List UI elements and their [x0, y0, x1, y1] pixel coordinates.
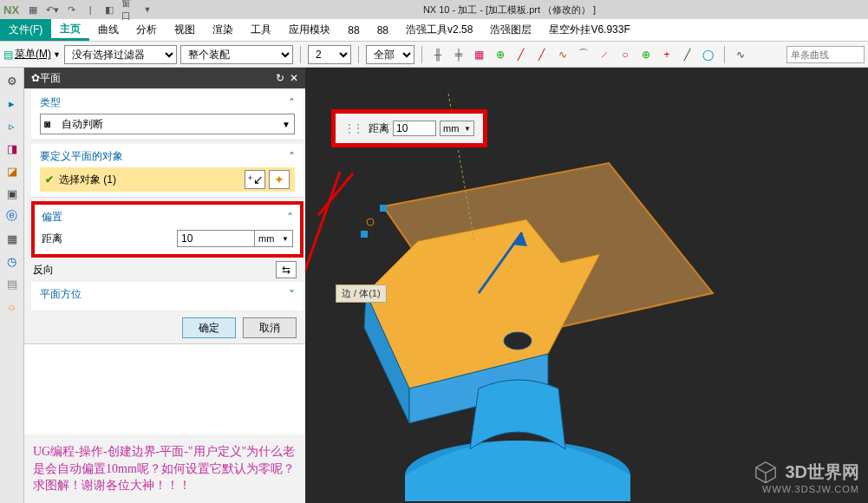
chevron-down-icon: ˅ [289, 288, 295, 302]
layer-icon[interactable]: ▣ [4, 186, 20, 201]
select-object-row[interactable]: ✔ 选择对象 (1) ⁺↙ ✦ [40, 167, 295, 192]
ok-button[interactable]: 确定 [182, 317, 236, 338]
reverse-button[interactable]: ⇆ [276, 261, 297, 278]
section-offset: 偏置 ˄ 距离 mm▼ [31, 201, 303, 258]
filter-select[interactable]: 没有选择过滤器 [64, 45, 177, 64]
save-icon[interactable]: ▦ [26, 3, 40, 16]
section-offset-head[interactable]: 偏置 ˄ [42, 210, 293, 225]
menu-button-label: 菜单(M) [15, 47, 51, 62]
snap-end-icon[interactable]: ╪ [450, 46, 467, 63]
user-annotation: UG编程-操作-创建边界-平面-"用户定义"为什么老是会自动偏置10mm呢？如何… [24, 434, 305, 503]
menu-analyze[interactable]: 分析 [127, 19, 166, 41]
float-distance-label: 距离 [369, 121, 389, 136]
chevron-down-icon: ▼ [282, 120, 290, 129]
menu-icon: ▤ [3, 49, 13, 61]
snap-color-icon[interactable]: ▦ [471, 46, 488, 63]
objects-label: 要定义平面的对象 [40, 149, 123, 164]
num-select[interactable]: 2 [308, 45, 351, 64]
grip-icon[interactable]: ⋮⋮ [344, 122, 362, 134]
assembly-select[interactable]: 整个装配 [180, 45, 293, 64]
menu-home[interactable]: 主页 [51, 19, 89, 41]
offset-label: 偏置 [42, 210, 62, 225]
divider: | [83, 3, 97, 16]
undo-icon[interactable]: ↶▾ [45, 3, 59, 16]
target-icon[interactable]: ⊕ [637, 46, 655, 63]
nav2-icon[interactable]: ▹ [4, 118, 20, 134]
close-icon[interactable]: ✕ [290, 72, 298, 84]
plus-icon[interactable]: + [658, 46, 675, 63]
part-icon[interactable]: ◪ [4, 163, 20, 179]
scope-select[interactable]: 全部 [366, 45, 414, 64]
chevron-up-icon: ˄ [289, 150, 295, 164]
arc-icon[interactable]: ⌒ [575, 46, 592, 63]
chevron-down-icon[interactable]: ▼ [140, 3, 154, 16]
menu-hqtools[interactable]: 浩强工具v2.58 [397, 19, 481, 41]
section-objects: 要定义平面的对象 ˄ ✔ 选择对象 (1) ⁺↙ ✦ [31, 144, 303, 198]
history-icon[interactable]: ◨ [4, 140, 20, 156]
distance-unit-select[interactable]: mm▼ [255, 230, 293, 247]
float-unit-select[interactable]: mm▼ [440, 121, 474, 136]
floating-distance-input[interactable]: ⋮⋮ 距离 mm▼ [331, 109, 487, 147]
gear-icon[interactable]: ⚙ [4, 73, 20, 88]
svg-point-4 [504, 332, 532, 349]
watermark-text: 3D世界网 [785, 461, 859, 484]
edge-tooltip: 边 / 体(1) [336, 284, 387, 303]
window-menu-icon[interactable]: ◧ [102, 3, 116, 16]
resource-bar: ⚙ ▸ ▹ ◨ ◪ ▣ ⓔ ▦ ◷ ▤ ☼ [0, 68, 24, 503]
curve-search-input[interactable] [786, 46, 865, 63]
nx-logo: NX [3, 3, 19, 16]
window-menu-label[interactable]: 窗口 [121, 3, 135, 16]
circle-icon[interactable]: ○ [617, 46, 634, 63]
nav-icon[interactable]: ▸ [4, 95, 20, 111]
section-orient-head[interactable]: 平面方位 ˅ [40, 287, 295, 302]
cancel-button[interactable]: 取消 [243, 317, 297, 338]
snap-point-icon[interactable]: ⊕ [492, 46, 509, 63]
curve-icon[interactable]: ∿ [554, 46, 571, 63]
sun-icon[interactable]: ☼ [4, 298, 20, 314]
line3-icon[interactable]: ╱ [679, 46, 696, 63]
reverse-row: 反向 ⇆ [24, 259, 305, 280]
menu-xkplugin[interactable]: 星空外挂V6.933F [540, 19, 638, 41]
db-icon[interactable]: ▦ [4, 231, 20, 246]
section-objects-head[interactable]: 要定义平面的对象 ˄ [40, 149, 295, 164]
menu-curve[interactable]: 曲线 [89, 19, 127, 41]
menu-appmod[interactable]: 应用模块 [280, 19, 339, 41]
type-dropdown[interactable]: ◙ 自动判断 ▼ [40, 114, 295, 134]
menu-88b[interactable]: 88 [369, 19, 397, 41]
wrench-icon[interactable]: ▤ [4, 276, 20, 291]
menu-hqlayer[interactable]: 浩强图层 [481, 19, 540, 41]
clock-icon[interactable]: ◷ [4, 253, 20, 269]
dialog-title: 平面 [40, 71, 276, 86]
line2-icon[interactable]: ╱ [533, 46, 551, 63]
line-icon[interactable]: ╱ [512, 46, 530, 63]
select-object-label: 选择对象 (1) [59, 173, 241, 187]
section-type: 类型 ˄ ◙ 自动判断 ▼ [31, 90, 303, 140]
menu-88a[interactable]: 88 [339, 19, 368, 41]
menu-render[interactable]: 渲染 [204, 19, 242, 41]
menu-tools[interactable]: 工具 [242, 19, 280, 41]
reset-icon[interactable]: ↻ [276, 72, 284, 84]
menu-view[interactable]: 视图 [166, 19, 204, 41]
snap-mid-icon[interactable]: ╫ [429, 46, 447, 63]
section-type-head[interactable]: 类型 ˄ [40, 95, 295, 110]
circle2-icon[interactable]: ◯ [700, 46, 717, 63]
separator [724, 46, 725, 63]
float-distance-input[interactable] [393, 121, 436, 136]
more-icon[interactable]: ∿ [732, 46, 749, 63]
tangent-icon[interactable]: ⟋ [596, 46, 613, 63]
svg-rect-9 [380, 205, 387, 212]
ie-icon[interactable]: ⓔ [4, 208, 20, 224]
point-dialog-button[interactable]: ⁺↙ [245, 170, 265, 189]
svg-point-11 [367, 219, 374, 225]
toolbar: ▤ 菜单(M) ▼ 没有选择过滤器 整个装配 2 全部 ╫ ╪ ▦ ⊕ ╱ ╱ … [0, 42, 868, 68]
viewport-3d[interactable]: ⋮⋮ 距离 mm▼ 边 / 体(1) 3D世界网 WWW.3DSJW.COM [305, 68, 868, 503]
redo-icon[interactable]: ↷ [64, 3, 78, 16]
orient-label: 平面方位 [40, 287, 82, 302]
distance-input[interactable] [177, 230, 255, 247]
separator [358, 46, 359, 63]
target-button[interactable]: ✦ [269, 170, 290, 189]
menu-file[interactable]: 文件(F) [0, 19, 51, 41]
separator [300, 46, 301, 63]
menu-button[interactable]: ▤ 菜单(M) ▼ [3, 47, 61, 62]
svg-rect-10 [361, 231, 368, 238]
